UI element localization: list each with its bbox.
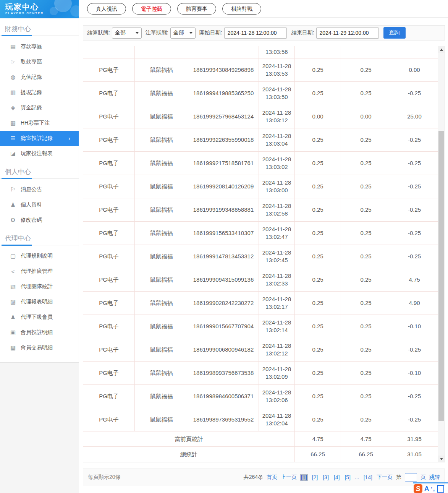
next-page-link[interactable]: 下一页 [377,474,393,481]
sidebar-item-label: 代理規則說明 [21,253,53,259]
cell-time: 2024-11-2813:03:53 [259,58,295,82]
tab-棋牌對戰[interactable]: 棋牌對戰 [222,3,261,15]
cell-game: 鼠鼠福福 [135,408,188,431]
page-link[interactable]: [5] [344,474,351,481]
order-status-select[interactable]: 全部 [170,28,196,39]
section-title: 財務中心 [5,24,79,33]
prev-page-link[interactable]: 上一页 [281,474,297,481]
sidebar-item-member-bet-detail[interactable]: ▣會員投註明細 [0,325,79,340]
settle-status-select[interactable]: 全部 [112,28,142,39]
cell-bet-amount: 0.25 [295,408,341,431]
cell-bet-amount: 0.25 [295,245,341,268]
ime-panel-icon[interactable] [437,485,444,493]
scrollbar-down-button[interactable] [438,456,445,462]
cell-game: 鼠鼠福福 [135,222,188,245]
sidebar-item-share[interactable]: <代理推廣管理 [0,264,79,279]
cell-profit: -0.25 [391,408,438,431]
ime-divider [413,482,448,483]
start-date-input[interactable]: 2024-11-28 12:00:00 [224,28,287,39]
bet-time: 13:02:06 [265,396,288,404]
page-link[interactable]: [3] [322,474,330,481]
summary-valid-bet: 66.25 [341,447,391,462]
ime-mode-letter[interactable]: A [424,485,429,493]
cell-bet-amount: 0.25 [295,58,341,82]
sidebar-item-lottery-bet[interactable]: ▦HH彩票下注 [0,115,79,131]
sidebar-item-label: 資金記錄 [21,104,42,111]
cell-profit: -0.25 [391,338,438,362]
cell-game: 鼠鼠福福 [135,292,188,315]
cell-order-number: 1861999199348858881 [188,198,259,222]
summary-label: 總統計 [83,447,295,462]
sidebar-item-player-bet-report[interactable]: ◪玩家投注報表 [0,146,79,161]
sidebar-item-doc[interactable]: ▢代理規則說明 [0,248,79,264]
cell-bet-amount: 0.25 [295,198,341,222]
sidebar-item-user[interactable]: ♟個人資料 [0,197,79,212]
first-page-link[interactable]: 首页 [267,474,277,481]
sidebar-item-hall-bet-record[interactable]: ☰廳室投註記錄› [0,131,79,146]
page-link[interactable]: [2] [311,474,319,481]
bet-date: 2024-11-28 [262,225,291,233]
sidebar-item-withdraw-area[interactable]: ☞取款專區 [0,54,79,70]
query-button[interactable]: 查詢 [383,27,406,39]
sidebar-item-withdraw-record[interactable]: ▥提現記錄 [0,85,79,100]
cell-valid-bet: 0.25 [341,268,391,292]
sidebar-item-report-detail[interactable]: ▨代理報表明細 [0,294,79,310]
cell-order-number: 1861999156533410307 [188,222,259,245]
bet-time: 13:02:14 [265,326,288,334]
sidebar-item-members[interactable]: ♟代理下級會員 [0,310,79,325]
cell-empty [295,46,341,58]
cell-platform: PG电子 [83,338,135,362]
withdraw-record-icon: ▥ [9,89,17,96]
end-date-input[interactable]: 2024-11-29 12:00:00 [316,28,379,39]
cell-game: 鼠鼠福福 [135,152,188,175]
sidebar-item-member-trade-detail[interactable]: ▩會員交易明細 [0,340,79,355]
sidebar-item-label: 提現記錄 [21,89,42,96]
cell-valid-bet: 0.25 [341,58,391,82]
cell-profit: -0.25 [391,198,438,222]
jump-go-link[interactable]: 跳转 [429,474,440,481]
section-title: 代理中心 [5,234,79,243]
sogou-ime-icon[interactable]: S [414,484,422,493]
page-link-current[interactable]: [1] [300,474,308,481]
sidebar-item-funds-record[interactable]: ◈資金記錄 [0,100,79,115]
cell-order-number: 1861999094315099136 [188,268,259,292]
sidebar-item-recharge-record[interactable]: ◍充值記錄 [0,70,79,85]
cell-valid-bet: 0.25 [341,408,391,431]
cell-bet-amount: 0.25 [295,292,341,315]
bet-time: 13:02:47 [265,233,288,241]
ime-punct-icon[interactable]: ’, [431,486,435,492]
sidebar-item-label: 消息公告 [21,186,42,193]
scrollbar-up-button[interactable] [438,46,445,53]
cell-valid-bet: 0.25 [341,198,391,222]
tab-電子遊藝[interactable]: 電子遊藝 [132,3,171,15]
sidebar-item-gear[interactable]: ⚙修改密碼 [0,212,79,228]
order-status-label: 注單狀態: [146,29,168,36]
pagination-bar: 每頁顯示20條 共264条 首页 上一页 [1][2][3][4][5]...[… [83,469,445,486]
report-detail-icon: ▨ [9,298,17,305]
sidebar-item-bell[interactable]: ⚐消息公告 [0,182,79,197]
triangle-up-icon [440,49,443,51]
order-status-value: 全部 [173,29,184,36]
tab-真人視訊[interactable]: 真人視訊 [87,3,126,15]
page-link[interactable]: [14] [363,474,373,481]
cell-platform: PG电子 [83,362,135,385]
cell-empty [83,46,135,58]
page-link[interactable]: [4] [333,474,341,481]
bet-date: 2024-11-28 [262,62,291,70]
cell-time: 2024-11-2813:02:58 [259,198,295,222]
cell-game: 鼠鼠福福 [135,198,188,222]
page-jump-input[interactable] [405,473,417,482]
chevron-down-icon [189,32,192,34]
tab-體育賽事[interactable]: 體育賽事 [177,3,216,15]
table-scrollbar[interactable] [438,46,445,462]
cell-bet-amount: 0.25 [295,385,341,408]
summary-row: 當前頁統計4.754.7531.95 [83,431,438,447]
sidebar-item-deposit[interactable]: ▤存款專區 [0,39,79,54]
cell-profit: -0.25 [391,152,438,175]
cell-time: 2024-11-2813:02:45 [259,245,295,268]
scrollbar-thumb[interactable] [438,131,444,421]
cell-platform: PG电子 [83,128,135,152]
cell-empty [188,46,259,58]
cell-profit: 4.90 [391,292,438,315]
sidebar-item-team-stats[interactable]: ▧代理團隊統計 [0,279,79,294]
